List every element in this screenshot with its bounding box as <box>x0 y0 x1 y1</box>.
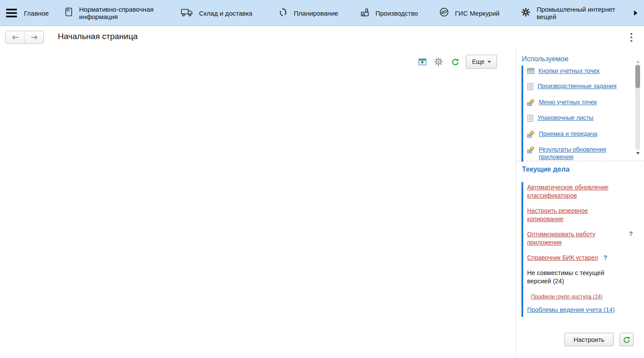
list-item: Профили групп доступа (24) <box>527 292 634 300</box>
todo-link-setup-backup[interactable]: Настроить резервное копирование <box>527 207 588 222</box>
todo-link-bik-outdated[interactable]: Справочник БИК устарел <box>527 254 598 261</box>
configure-button-label: Настроить <box>574 336 604 343</box>
list-item: Приемка и передача <box>527 130 633 139</box>
hamburger-icon <box>6 9 17 10</box>
todo-text-incompatible-version: Не совместимы с текущей версией (24) <box>527 269 604 285</box>
gear-icon <box>434 57 443 66</box>
factory-icon <box>360 7 370 19</box>
nav-item-main[interactable]: Главное <box>24 0 49 26</box>
more-button-label: Еще <box>472 58 485 65</box>
planning-icon <box>279 7 288 19</box>
arrow-right-icon <box>30 35 38 40</box>
processor-icon <box>527 131 535 139</box>
nav-item-warehouse-delivery[interactable]: Склад и доставка <box>181 0 252 26</box>
todo-section-title: Текущие дела <box>522 166 570 173</box>
list-item: Не совместимы с текущей версией (24) <box>527 269 634 285</box>
list-item: Автоматическое обновление классификаторо… <box>527 183 634 200</box>
refresh-icon <box>451 58 459 66</box>
nav-scroll-right-icon[interactable] <box>634 10 637 16</box>
main-menu-button[interactable] <box>6 9 17 17</box>
list-item: Оптимизировать работу приложения ? <box>527 230 634 247</box>
nav-item-label: Производство <box>375 10 418 17</box>
nav-item-gis-mercury[interactable]: ГИС Меркурий <box>439 0 499 26</box>
refresh-button-toolbar[interactable] <box>450 57 460 66</box>
todo-link-access-group-profiles[interactable]: Профили групп доступа (24) <box>531 294 603 300</box>
help-icon[interactable]: ? <box>629 230 633 237</box>
book-icon <box>64 7 73 19</box>
used-link-accounting-point-menu[interactable]: Меню учетных точек <box>539 99 597 106</box>
nav-item-production[interactable]: Производство <box>360 0 418 26</box>
back-button[interactable] <box>6 31 25 43</box>
arrow-left-icon <box>11 35 19 40</box>
forward-button[interactable] <box>25 31 43 43</box>
used-section-title: Используемое <box>522 55 568 63</box>
nav-item-label: Нормативно-справочная информация <box>79 6 167 20</box>
scrollbar-up-icon[interactable] <box>636 60 640 63</box>
kebab-menu-icon[interactable] <box>629 33 634 42</box>
section-nav-bar: Главное Нормативно-справочная информация… <box>0 0 644 26</box>
used-link-receiving-transfer[interactable]: Приемка и передача <box>539 130 597 138</box>
scrollbar-thumb[interactable] <box>635 65 640 88</box>
list-item: Справочник БИК устарел ? <box>527 254 634 262</box>
more-button[interactable]: Еще <box>466 55 497 69</box>
used-links-list: Кнопки учетных точек Производственные за… <box>521 66 633 162</box>
list-item: Меню учетных точек <box>527 99 633 108</box>
todo-list: Автоматическое обновление классификаторо… <box>521 182 634 317</box>
panel-divider-vertical <box>516 49 516 354</box>
home-page-window: Главное Нормативно-справочная информация… <box>0 0 644 358</box>
help-icon[interactable]: ? <box>604 254 607 261</box>
add-form-button[interactable] <box>418 57 427 66</box>
document-icon <box>527 115 534 124</box>
processor-icon <box>527 146 535 155</box>
nav-item-industrial-iot[interactable]: Промышленный интернет вещей <box>521 0 630 26</box>
list-item: Кнопки учетных точек <box>527 67 633 76</box>
used-link-app-update-results[interactable]: Результаты обновления приложения <box>539 146 606 161</box>
nav-item-reference-info[interactable]: Нормативно-справочная информация <box>64 0 167 26</box>
processor-icon <box>527 99 535 108</box>
used-link-production-tasks[interactable]: Производственные задания <box>538 83 617 90</box>
todo-link-auto-classifier-update[interactable]: Автоматическое обновление классификаторо… <box>527 184 608 199</box>
list-item: Настроить резервное копирование <box>527 207 634 223</box>
list-item: Производственные задания <box>527 83 633 92</box>
scrollbar-down-icon[interactable] <box>636 152 640 155</box>
nav-item-label: Склад и доставка <box>199 10 252 17</box>
nav-item-label: Промышленный интернет вещей <box>537 6 630 20</box>
refresh-button-bottom[interactable] <box>620 333 634 346</box>
nav-item-planning[interactable]: Планирование <box>279 0 338 26</box>
todo-link-accounting-problems[interactable]: Проблемы ведения учета (14) <box>527 306 615 313</box>
iot-icon <box>521 7 531 19</box>
settings-gear-button[interactable] <box>434 57 443 66</box>
list-item: Проблемы ведения учета (14) <box>527 306 634 314</box>
truck-icon <box>181 7 193 19</box>
list-item: Упаковочные листы <box>527 114 633 124</box>
nav-item-label: Главное <box>24 10 49 17</box>
table-icon <box>527 68 534 76</box>
nav-item-label: ГИС Меркурий <box>455 10 499 17</box>
mercury-icon <box>439 7 449 19</box>
nav-item-label: Планирование <box>294 10 338 17</box>
configure-button[interactable]: Настроить <box>564 333 614 346</box>
document-icon <box>527 83 534 92</box>
history-nav-group <box>5 31 44 44</box>
list-item: Результаты обновления приложения <box>527 146 633 161</box>
refresh-icon <box>623 336 631 344</box>
page-title: Начальная страница <box>58 32 138 41</box>
used-link-packing-lists[interactable]: Упаковочные листы <box>538 114 594 122</box>
add-form-icon <box>418 58 427 66</box>
chevron-down-icon <box>488 61 491 63</box>
todo-link-optimize-app[interactable]: Оптимизировать работу приложения <box>527 231 595 246</box>
used-link-accounting-point-buttons[interactable]: Кнопки учетных точек <box>538 67 600 75</box>
